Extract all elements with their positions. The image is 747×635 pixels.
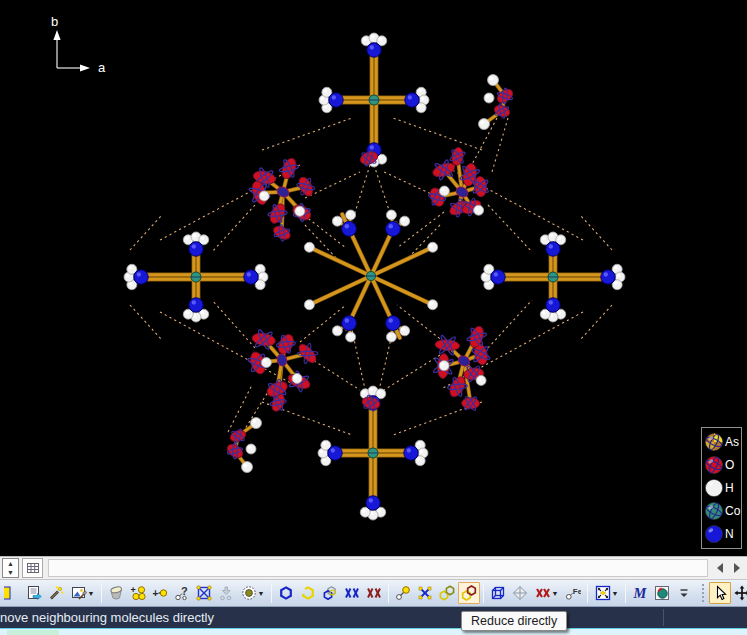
m-letter-icon: M <box>632 585 648 601</box>
legend-label: N <box>725 527 734 541</box>
grid-icon <box>25 560 41 576</box>
svg-text:+: + <box>153 588 159 599</box>
clipped-edge-button[interactable] <box>1 582 23 604</box>
toolbar-separator <box>388 583 389 603</box>
pan-view-button[interactable]: ▼ <box>591 582 622 604</box>
move4-icon <box>734 585 747 601</box>
wand-icon <box>48 585 64 601</box>
hex-yellow-open-icon <box>300 585 316 601</box>
dropdown-arrow-icon[interactable]: ▼ <box>258 590 265 597</box>
taskbar-edge <box>0 628 747 635</box>
atom-question-icon: ? <box>174 585 190 601</box>
tooltip: Reduce directly <box>461 611 567 631</box>
delete-net-button[interactable]: ▼ <box>531 582 562 604</box>
atoms-add-icon: + <box>130 585 146 601</box>
render-ball-icon <box>654 585 670 601</box>
grow-bond-button[interactable] <box>392 582 414 604</box>
spin-down-icon[interactable]: ▼ <box>3 568 18 577</box>
properties-report-button[interactable] <box>23 582 45 604</box>
picture-tools-button[interactable]: ▼ <box>67 582 98 604</box>
legend-label: O <box>725 458 734 472</box>
toolbar-overflow-button[interactable] <box>673 582 695 604</box>
render-scene-button[interactable] <box>651 582 673 604</box>
wizard-wand-button[interactable] <box>45 582 67 604</box>
expand-contacts-button[interactable] <box>414 582 436 604</box>
legend-label: Co <box>725 504 740 518</box>
xx-red-icon <box>366 585 382 601</box>
main-toolbar: ▼++?▼▼Fe▼M <box>0 580 747 607</box>
packer-button[interactable] <box>105 582 127 604</box>
element-legend: AsOHCoN <box>701 427 742 549</box>
tab-scroll-left-icon[interactable] <box>714 560 725 576</box>
tab-track <box>48 559 708 577</box>
legend-entry-h: H <box>704 476 741 499</box>
structure-canvas[interactable]: ba <box>0 0 747 556</box>
ring-blue-button[interactable] <box>275 582 297 604</box>
fe-icon: Fe <box>565 585 581 601</box>
svg-text:a: a <box>98 60 106 75</box>
insert-below-button[interactable] <box>215 582 237 604</box>
xx-blue-icon <box>344 585 360 601</box>
tooltip-text: Reduce directly <box>471 614 557 628</box>
tab-scroll-right-icon[interactable] <box>732 560 743 576</box>
dropdown-arrow-icon[interactable]: ▼ <box>612 590 619 597</box>
legend-label: H <box>725 481 734 495</box>
diamond-cross-icon <box>512 585 528 601</box>
move-mode-button[interactable] <box>731 582 747 604</box>
svg-text:Fe: Fe <box>573 587 581 596</box>
coordination-sphere-button[interactable]: ▼ <box>237 582 268 604</box>
o-sphere-icon <box>704 455 724 475</box>
legend-entry-as: As <box>704 430 741 453</box>
complete-fragments-button[interactable] <box>436 582 458 604</box>
unit-cell-button[interactable] <box>487 582 509 604</box>
measure-m-button[interactable]: M <box>629 582 651 604</box>
toolbar-separator <box>625 583 626 603</box>
atom-query-button[interactable]: ? <box>171 582 193 604</box>
svg-text:?: ? <box>181 585 188 597</box>
hex-pair-icon <box>439 585 455 601</box>
net-blue-button[interactable] <box>341 582 363 604</box>
x-dots-icon <box>417 585 433 601</box>
polyhedra-button[interactable] <box>509 582 531 604</box>
status-text: nove neighbouring molecules directly <box>0 610 214 625</box>
toolbar-separator <box>101 583 102 603</box>
dotted-circle-icon <box>241 585 257 601</box>
application-window: ba AsOHCoN ▲ ▼ ▼++?▼▼Fe▼M <box>0 0 747 635</box>
hex-reduce-icon <box>461 585 477 601</box>
as-sphere-icon <box>704 432 724 452</box>
xx-delete-icon <box>535 585 551 601</box>
dropdown-arrow-icon[interactable]: ▼ <box>88 590 95 597</box>
net-red-button[interactable] <box>363 582 385 604</box>
packer-icon <box>108 585 124 601</box>
legend-label: As <box>725 435 739 449</box>
select-cursor-button[interactable] <box>709 582 731 604</box>
reduce-directly-button[interactable] <box>458 582 480 604</box>
legend-entry-co: Co <box>704 499 741 522</box>
atom-symbol-fe-button[interactable]: Fe <box>562 582 584 604</box>
add-atom-button[interactable]: + <box>149 582 171 604</box>
atom-plus-icon: + <box>152 585 168 601</box>
n-sphere-icon <box>704 524 724 544</box>
fill-cell-button[interactable] <box>193 582 215 604</box>
dropdown-arrow-icon[interactable]: ▼ <box>552 590 559 597</box>
pane-spinner[interactable]: ▲ ▼ <box>2 558 19 578</box>
table-view-button[interactable] <box>22 558 43 578</box>
toolbar-grip[interactable] <box>702 584 705 602</box>
status-divider <box>663 609 664 626</box>
picture-icon <box>71 585 87 601</box>
legend-entry-o: O <box>704 453 741 476</box>
toolbar-separator <box>271 583 272 603</box>
rings-stack-icon <box>322 585 338 601</box>
cube-icon <box>490 585 506 601</box>
overflow-icon <box>676 585 692 601</box>
h-sphere-icon <box>704 478 724 498</box>
report-icon <box>26 585 42 601</box>
svg-text:b: b <box>51 14 58 29</box>
ring-open-button[interactable] <box>297 582 319 604</box>
hex-blue-icon <box>278 585 294 601</box>
spin-up-icon[interactable]: ▲ <box>3 559 18 568</box>
clipped-icon <box>4 585 20 601</box>
cell-net-icon <box>196 585 212 601</box>
ring-stack-button[interactable] <box>319 582 341 604</box>
add-all-atoms-button[interactable]: + <box>127 582 149 604</box>
